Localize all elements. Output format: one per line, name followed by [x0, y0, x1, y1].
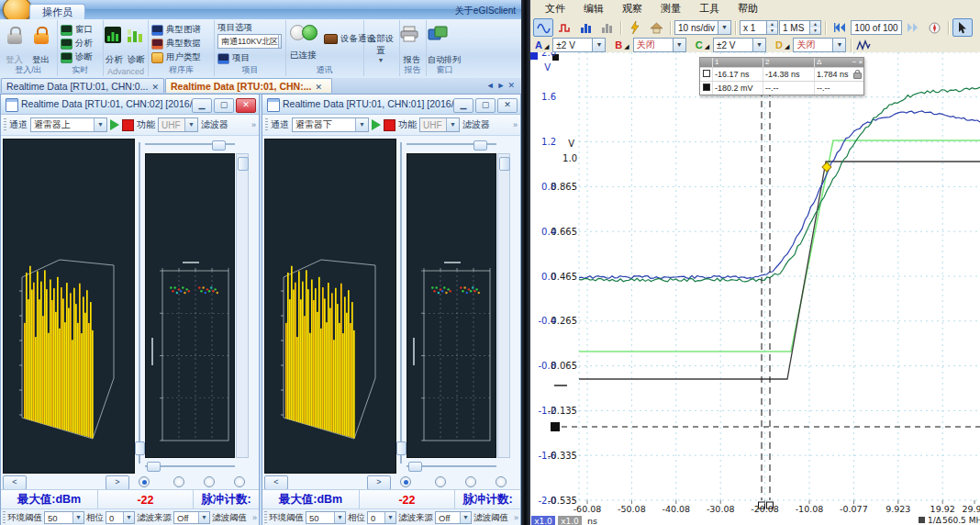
timebase-select[interactable]: 10 ns/div▼ [674, 20, 731, 35]
toolbar-grip[interactable] [4, 118, 6, 131]
toolbar-overflow[interactable]: » [514, 513, 518, 522]
window-menu-item[interactable]: 窗口 [61, 24, 93, 36]
close-button[interactable]: ✕ [236, 98, 256, 113]
menu-file[interactable]: 文件 [536, 2, 574, 16]
maximize-button[interactable]: ▢ [475, 98, 496, 113]
analyze-menu-item[interactable]: 分析 [61, 38, 93, 50]
project-select[interactable]: 南通110KV北区▼ [217, 34, 282, 49]
function-select[interactable]: UHF▼ [158, 117, 198, 132]
segment-position-field[interactable]: 100 of 100 [851, 20, 902, 35]
vertical-slider-handle[interactable] [135, 441, 145, 455]
scrollbar-thumb[interactable] [499, 157, 510, 171]
waveform-mode-button[interactable] [533, 18, 553, 37]
scroll-left-button[interactable]: < [3, 475, 27, 490]
menu-tools[interactable]: 工具 [690, 2, 729, 16]
next-segment-button[interactable] [903, 18, 923, 37]
env-threshold-select[interactable]: 50▼ [306, 511, 346, 524]
level-cursor-handle[interactable] [551, 422, 560, 431]
channel-c-cursor-icon[interactable]: ◢ [705, 43, 709, 50]
typical-data-item[interactable]: 典型数据 [151, 38, 201, 50]
minimize-button[interactable]: ▁ [192, 98, 212, 113]
tab-nav-buttons[interactable]: ◄►✕ [486, 81, 518, 90]
channel-c-range-select[interactable]: ±2 V▼ [713, 38, 766, 52]
env-threshold-select[interactable]: 50▼ [44, 511, 84, 524]
spinner-arrows-icon[interactable]: ▲▼ [766, 21, 777, 34]
menu-measure[interactable]: 测量 [651, 2, 690, 16]
navigator-button[interactable] [924, 18, 944, 37]
pulse-mode-button[interactable] [554, 18, 574, 37]
auto-arrange-button[interactable]: 自动排列 [428, 22, 461, 66]
histogram-button[interactable] [575, 18, 596, 37]
vertical-slider-handle[interactable] [396, 441, 406, 455]
scrollbar-thumb[interactable] [238, 157, 249, 171]
pan-tool-button[interactable] [974, 18, 980, 37]
spinner-arrows-icon[interactable]: ▲▼ [809, 21, 820, 34]
sample-depth-spinner[interactable]: 1 MS▲▼ [779, 20, 821, 35]
multiplier-spinner[interactable]: x 1▲▼ [740, 20, 778, 35]
freq-checkbox[interactable] [919, 517, 925, 523]
histogram-disabled-button[interactable] [596, 18, 617, 37]
info-close-icon[interactable]: × [859, 58, 863, 66]
play-button[interactable] [110, 119, 119, 130]
channel-a-range-select[interactable]: ±2 V▼ [552, 38, 606, 52]
channel-d-cursor-icon[interactable]: ◢ [785, 43, 789, 50]
channel-b-cursor-icon[interactable]: ◢ [624, 43, 629, 50]
function-select[interactable]: UHF▼ [419, 117, 460, 132]
toolbar-grip[interactable] [3, 511, 6, 524]
top-slider-handle[interactable] [473, 140, 487, 151]
doc-tab-chn01-active[interactable]: Realtime Data [RTU:01, CHN:...✕ [165, 78, 332, 93]
logout-button[interactable]: 登出 [28, 22, 53, 66]
prev-segment-button[interactable] [830, 18, 850, 37]
scroll-left-button[interactable]: < [264, 475, 288, 490]
channel-a-cursor-icon[interactable]: ◢ [544, 43, 549, 50]
about-link[interactable]: 关于eGISclient [455, 5, 516, 17]
menu-edit[interactable]: 编辑 [574, 2, 613, 16]
menu-view[interactable]: 观察 [613, 2, 651, 16]
vertical-slider-track[interactable] [400, 142, 402, 464]
trigger-button[interactable] [625, 18, 645, 37]
close-button[interactable]: ✕ [497, 98, 518, 113]
bottom-slider-handle[interactable] [408, 462, 422, 472]
toolbar-overflow[interactable]: » [252, 513, 257, 522]
menu-help[interactable]: 帮助 [729, 2, 767, 16]
stop-button[interactable] [122, 119, 134, 131]
vertical-slider-track[interactable] [139, 142, 140, 464]
lock-icon[interactable] [853, 73, 862, 79]
vertical-scrollbar[interactable] [497, 153, 510, 458]
math-wave-icon[interactable] [856, 39, 871, 51]
filter-source-select[interactable]: Off▼ [435, 511, 472, 524]
close-icon[interactable]: ✕ [315, 83, 322, 92]
minimize-button[interactable]: ▁ [453, 98, 473, 113]
select-tool-button[interactable] [952, 18, 973, 37]
doc-tab-chn02[interactable]: Realtime Data [RTU:01, CHN:0...✕ [1, 78, 164, 93]
info-minimize-icon[interactable]: − [852, 58, 857, 66]
user-type-item[interactable]: 用户类型 [151, 51, 201, 63]
diagnose-menu-item[interactable]: 诊断 [61, 51, 93, 63]
channel-a-level-marker[interactable] [530, 52, 538, 60]
scroll-right-button[interactable]: > [367, 475, 391, 490]
phase-select[interactable]: 0▼ [367, 511, 396, 524]
home-button[interactable] [646, 18, 666, 37]
filter-source-select[interactable]: Off▼ [173, 511, 210, 524]
channel-b-range-select[interactable]: 关闭▼ [633, 38, 686, 52]
phase-select[interactable]: 0▼ [106, 511, 135, 524]
toolbar-grip[interactable] [265, 118, 268, 131]
scroll-right-button[interactable]: > [106, 475, 129, 490]
project-item[interactable]: 项目 [217, 52, 250, 64]
channel-select[interactable]: 避雷器上▼ [30, 117, 107, 132]
report-button[interactable]: 报告 [400, 22, 424, 66]
toolbar-overflow[interactable]: » [513, 120, 518, 129]
toolbar-grip[interactable] [264, 511, 267, 524]
stop-button[interactable] [384, 119, 395, 131]
channel-select[interactable]: 避雷器下▼ [292, 117, 369, 132]
top-slider-handle[interactable] [212, 140, 226, 151]
channel-d-range-select[interactable]: 关闭▼ [793, 38, 846, 52]
advanced-diagnose-button[interactable]: 诊断 [126, 22, 147, 66]
play-button[interactable] [372, 119, 381, 130]
ribbon-tab-operator[interactable]: 操作员 [29, 4, 85, 20]
vertical-scrollbar[interactable] [236, 153, 249, 458]
maximize-button[interactable]: ▢ [214, 98, 234, 113]
close-icon[interactable]: ✕ [151, 83, 159, 92]
typical-atlas-item[interactable]: 典型图谱 [151, 24, 201, 36]
bottom-slider-handle[interactable] [147, 462, 161, 472]
